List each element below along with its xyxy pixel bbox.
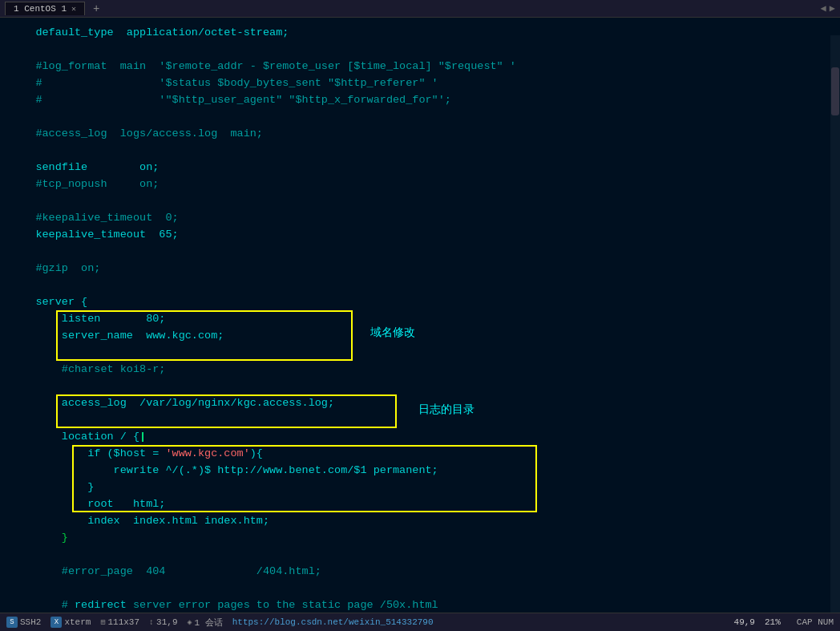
sessions-text: 1 会话: [195, 617, 223, 629]
nav-arrows: ◀ ▶: [821, 2, 835, 14]
code-line: #log_format main '$remote_addr - $remote…: [10, 58, 830, 75]
scrollbar-thumb[interactable]: [831, 67, 839, 115]
code-line: #error_page 404 /404.html;: [10, 563, 830, 580]
code-line: #access_log logs/access.log main;: [10, 125, 830, 142]
status-bar: S SSH2 X xterm ⊞ 111x37 ↕ 31,9 ◈ 1 会话 ht…: [0, 613, 840, 631]
code-text: keepalive_timeout 65;: [10, 226, 179, 243]
code-text: #error_page 404 /404.html;: [10, 563, 321, 580]
xterm-label: xterm: [64, 617, 91, 627]
code-text: }: [10, 479, 94, 495]
percent-text: 21%: [765, 617, 781, 627]
dimensions-text: 111x37: [107, 617, 139, 627]
code-line: [10, 580, 830, 597]
status-dimensions: ⊞ 111x37: [100, 617, 139, 627]
code-line: rewrite ^/(.*)$ http://www.benet.com/$1 …: [10, 462, 830, 479]
new-tab-button[interactable]: +: [88, 2, 104, 15]
xterm-icon: X: [50, 617, 62, 628]
annotation-label-domain: 域名修改: [370, 325, 415, 342]
nav-left-icon[interactable]: ◀: [821, 2, 826, 14]
code-line: location / {|: [10, 428, 830, 445]
scrollbar[interactable]: [830, 35, 840, 613]
tab-label: 1 CentOS 1: [14, 4, 67, 14]
title-bar: 1 CentOS 1 ✕ + ◀ ▶: [0, 0, 840, 18]
code-line: # redirect server error pages to the sta…: [10, 597, 830, 613]
code-text: root html;: [10, 495, 165, 512]
nav-right-icon[interactable]: ▶: [830, 2, 835, 14]
code-text: location / {: [10, 428, 139, 445]
ssh-icon: S: [6, 617, 18, 628]
code-line: #charset koi8-r;: [10, 361, 830, 378]
code-string: 'www.kgc.com': [165, 445, 249, 462]
code-text: listen 80;: [10, 310, 165, 327]
code-line: root html;: [10, 495, 830, 512]
code-line: }: [10, 479, 830, 495]
code-line: index index.html index.htm;: [10, 512, 830, 529]
code-line: [10, 378, 830, 394]
status-sessions: ◈ 1 会话: [187, 617, 222, 629]
cursor-indicator: |: [139, 428, 146, 445]
code-text: default_type application/octet-stream;: [10, 24, 289, 41]
code-area: default_type application/octet-stream; #…: [10, 24, 830, 613]
position-text: 49,9: [734, 617, 755, 627]
annotation-label-log: 日志的目录: [418, 402, 475, 419]
code-text: if ($host =: [10, 445, 165, 462]
status-xterm: X xterm: [50, 617, 91, 628]
code-text: #charset koi8-r;: [10, 361, 165, 378]
code-text: access_log /var/log/nginx/kgc.access.log…: [10, 394, 334, 411]
code-line: listen 80;: [10, 310, 830, 327]
status-ssh: S SSH2: [6, 617, 41, 628]
status-rowcol: ↕ 31,9: [149, 617, 177, 627]
code-text: rewrite ^/(.*)$ http://www.benet.com/$1 …: [10, 462, 438, 479]
code-text: # '"$http_user_agent" "$http_x_forwarded…: [10, 91, 451, 108]
code-line: server_name www.kgc.com;: [10, 327, 830, 344]
code-line: keepalive_timeout 65;: [10, 226, 830, 243]
code-line: sendfile on;: [10, 159, 830, 176]
code-line: # '$status $body_bytes_sent "$http_refer…: [10, 75, 830, 91]
code-text: #access_log logs/access.log main;: [10, 125, 263, 142]
rowcol-text: 31,9: [156, 617, 177, 627]
code-line: #tcp_nopush on;: [10, 176, 830, 192]
close-icon[interactable]: ✕: [71, 4, 76, 14]
code-line: [10, 108, 830, 125]
code-line: [10, 243, 830, 260]
code-text: server {: [10, 293, 87, 310]
code-text: index index.html index.htm;: [10, 512, 269, 529]
code-line: [10, 277, 830, 293]
url-text: https://blog.csdn.net/weixin_514332790: [232, 617, 434, 627]
code-line: }: [10, 529, 830, 546]
code-text: # '$status $body_bytes_sent "$http_refer…: [10, 75, 438, 91]
code-line: default_type application/octet-stream;: [10, 24, 830, 41]
caps-text: CAP NUM: [797, 617, 834, 627]
terminal[interactable]: default_type application/octet-stream; #…: [0, 18, 840, 613]
code-text: #log_format main '$remote_addr - $remote…: [10, 58, 516, 75]
code-line: if ($host = 'www.kgc.com'){: [10, 445, 830, 462]
code-line: [10, 546, 830, 563]
code-text: server_name www.kgc.com;: [10, 327, 224, 344]
code-text2: ){: [250, 445, 263, 462]
code-text: #keepalive_timeout 0;: [10, 209, 179, 226]
code-line: [10, 142, 830, 159]
ssh-label: SSH2: [20, 617, 41, 627]
tab-centos[interactable]: 1 CentOS 1 ✕: [5, 2, 85, 15]
code-text: sendfile on;: [10, 159, 159, 176]
code-line: #keepalive_timeout 0;: [10, 209, 830, 226]
code-line: # '"$http_user_agent" "$http_x_forwarded…: [10, 91, 830, 108]
code-text: #tcp_nopush on;: [10, 176, 159, 192]
code-line: #gzip on;: [10, 260, 830, 277]
code-text: # redirect server error pages to the sta…: [10, 597, 438, 613]
code-line: [10, 192, 830, 209]
code-line: [10, 344, 830, 361]
code-line: [10, 41, 830, 58]
code-line: server {: [10, 293, 830, 310]
code-text: #gzip on;: [10, 260, 100, 277]
code-text: }: [10, 529, 68, 546]
